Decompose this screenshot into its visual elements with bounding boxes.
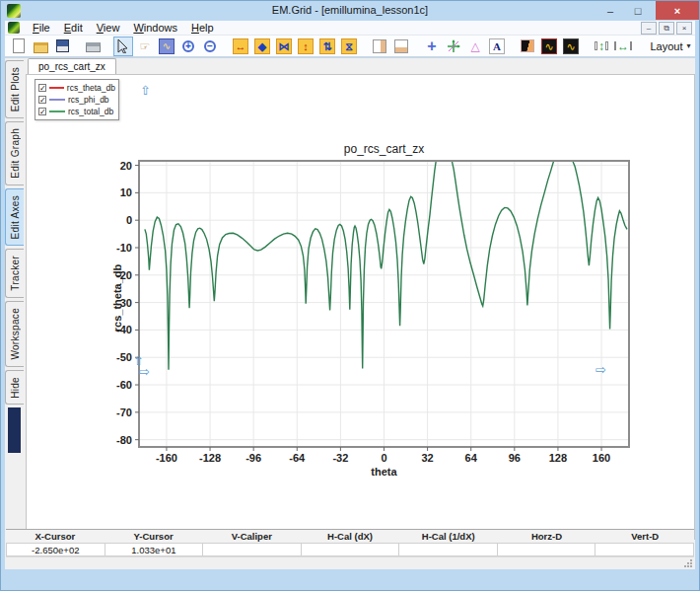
- menu-item-windows[interactable]: Windows: [126, 21, 184, 36]
- pointer-tool-button[interactable]: [113, 37, 133, 56]
- x-left-cursor-arrow[interactable]: ⇨: [139, 366, 150, 378]
- menu-item-help[interactable]: Help: [184, 21, 221, 36]
- document-tab[interactable]: po_rcs_cart_zx: [28, 58, 116, 74]
- menu-bar: FileEditViewWindowsHelp –⧉×: [5, 21, 695, 36]
- y-axis-label: rcs_theta_db: [111, 264, 123, 332]
- print-button[interactable]: [83, 37, 103, 56]
- x-tick-label: 32: [421, 452, 433, 464]
- menu-item-file[interactable]: File: [26, 21, 57, 36]
- title-bar[interactable]: EM.Grid - [emillumina_lesson1c] – □ ×: [1, 1, 699, 21]
- legend-label: rcs_phi_db: [68, 95, 109, 105]
- sidebar-tab-edit-plots[interactable]: Edit Plots: [5, 60, 24, 118]
- x-tick-label: 160: [593, 452, 610, 464]
- legend-checkbox[interactable]: ✓: [38, 108, 46, 115]
- save-button[interactable]: [52, 37, 72, 56]
- close-icon: ×: [674, 5, 680, 17]
- status-value-x-cursor: -2.650e+02: [6, 543, 105, 556]
- y-tick-label: -70: [116, 406, 132, 418]
- sidebar-tab-edit-graph[interactable]: Edit Graph: [5, 121, 24, 185]
- axes-tool-button[interactable]: [444, 37, 463, 56]
- save-icon: [56, 39, 69, 52]
- legend-line-swatch: [49, 111, 65, 112]
- center-y-button[interactable]: ⧖: [339, 37, 359, 56]
- curve-red-icon: ∿: [541, 38, 557, 54]
- status-value-h-cal-1-dx-: [399, 543, 498, 556]
- document-tab-bar: po_rcs_cart_zx: [26, 58, 695, 74]
- x-tick-label: -96: [245, 452, 261, 464]
- mdi-minimize-button[interactable]: –: [641, 22, 657, 35]
- status-column-x-cursor: X-Cursor: [6, 530, 105, 543]
- document-logo-icon: [8, 22, 20, 34]
- fit-horizontal-icon: ↔: [615, 38, 631, 54]
- triangle-tool-button[interactable]: △: [465, 37, 485, 56]
- shrink-x-button[interactable]: ◆: [252, 37, 272, 56]
- close-button[interactable]: ×: [656, 1, 699, 20]
- zoom-region-button[interactable]: ∿: [157, 37, 176, 56]
- legend-line-swatch: [49, 87, 64, 89]
- split-horizontal-button[interactable]: [391, 37, 411, 56]
- layout-menu-button[interactable]: Layout▾: [644, 37, 693, 56]
- y-tick-label: -10: [116, 242, 132, 254]
- expand-y-icon: ↕: [298, 38, 314, 54]
- expand-x-button[interactable]: ↔: [231, 37, 250, 56]
- x-tick-label: -128: [199, 452, 221, 464]
- legend-line-swatch: [49, 99, 65, 101]
- menu-item-view[interactable]: View: [90, 21, 127, 36]
- image-tool-button[interactable]: [518, 37, 537, 56]
- zoom-out-button[interactable]: −: [200, 37, 220, 56]
- status-column-vert-d: Vert-D: [595, 530, 694, 543]
- x-tick-label: -160: [156, 452, 177, 464]
- new-file-button[interactable]: [9, 37, 29, 56]
- status-value-y-cursor: 1.033e+01: [105, 543, 204, 556]
- split-vertical-button[interactable]: [370, 37, 389, 56]
- status-column-horz-d: Horz-D: [498, 530, 596, 543]
- center-x-button[interactable]: ⋈: [274, 37, 294, 56]
- sidebar-tab-edit-axes[interactable]: Edit Axes: [5, 188, 24, 246]
- open-folder-icon: [34, 42, 48, 53]
- y-tick-label: 0: [126, 214, 132, 226]
- gaussian-curve-button[interactable]: ∿: [561, 37, 581, 56]
- open-file-button[interactable]: [31, 37, 50, 56]
- sidebar-tab-hide[interactable]: Hide: [5, 370, 24, 406]
- minimize-icon: –: [607, 5, 613, 17]
- zoom-in-button[interactable]: +: [178, 37, 198, 56]
- pan-tool-button[interactable]: ☞: [135, 37, 155, 56]
- maximize-icon: □: [635, 5, 642, 17]
- fit-width-button[interactable]: ↔: [613, 37, 633, 56]
- sidebar-tab-label: Edit Plots: [10, 67, 21, 111]
- text-tool-button[interactable]: A: [487, 37, 507, 56]
- mdi-restore-button[interactable]: ⧉: [659, 22, 674, 35]
- y-cursor-handle[interactable]: ⇧: [140, 85, 151, 97]
- app-window: EM.Grid - [emillumina_lesson1c] – □ × Fi…: [0, 0, 700, 591]
- collapsed-panel-bar[interactable]: [8, 407, 21, 453]
- expand-x-icon: ↔: [233, 38, 248, 54]
- sidebar-tab-tracker[interactable]: Tracker: [5, 249, 24, 298]
- fit-height-button[interactable]: ↕: [592, 37, 611, 56]
- toolbar: ☞∿+−↔◆⋈↕⇅⧖+△A∿∿↕↔Layout▾: [5, 36, 695, 57]
- dark-curve-button[interactable]: ∿: [539, 37, 559, 56]
- x-tick-label: 128: [549, 452, 567, 464]
- legend-checkbox[interactable]: ✓: [38, 84, 46, 92]
- mdi-close-button[interactable]: ×: [676, 22, 692, 35]
- new-document-icon: [13, 38, 25, 53]
- expand-y-button[interactable]: ↕: [296, 37, 315, 56]
- menu-item-edit[interactable]: Edit: [57, 21, 90, 36]
- triangle-icon: △: [467, 38, 483, 54]
- maximize-button[interactable]: □: [624, 1, 652, 20]
- document-tab-label: po_rcs_cart_zx: [38, 61, 105, 72]
- resize-grip-icon[interactable]: [683, 558, 692, 567]
- shrink-y-button[interactable]: ⇅: [317, 37, 337, 56]
- y-tick-label: -80: [116, 434, 132, 446]
- center-x-icon: ⋈: [276, 38, 292, 54]
- x-right-cursor-handle[interactable]: ⇨: [595, 364, 606, 376]
- crosshair-button[interactable]: +: [422, 37, 442, 56]
- graph-panel: ✓rcs_theta_db✓rcs_phi_db✓rcs_total_db po…: [26, 74, 695, 540]
- sidebar-tab-workspace[interactable]: Workspace: [5, 301, 24, 367]
- side-tab-strip: Edit PlotsEdit GraphEdit AxesTrackerWork…: [5, 60, 25, 453]
- plot-area[interactable]: -160-128-96-64-32032649612816020100-10-2…: [106, 152, 636, 470]
- window-title: EM.Grid - [emillumina_lesson1c]: [1, 4, 699, 16]
- minimize-button[interactable]: –: [596, 1, 624, 20]
- hand-icon: ☞: [137, 38, 153, 54]
- legend-checkbox[interactable]: ✓: [38, 96, 46, 104]
- status-value-h-cal-dx-: [302, 543, 400, 556]
